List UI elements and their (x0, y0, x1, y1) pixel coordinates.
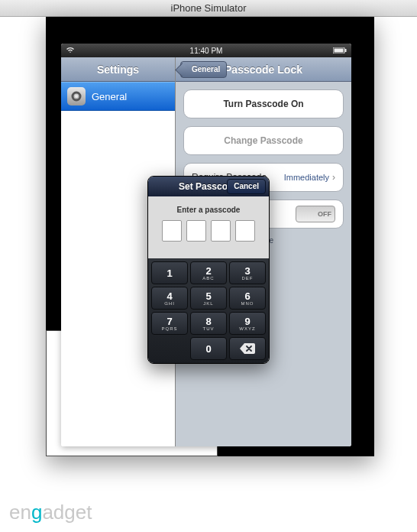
svg-rect-1 (335, 48, 344, 52)
keypad-key-0[interactable]: 0 (190, 337, 227, 360)
battery-icon (333, 47, 347, 55)
keypad-key-6[interactable]: 6MNO (229, 287, 266, 310)
back-button-label: General (192, 65, 220, 73)
status-time: 11:40 PM (190, 47, 223, 55)
backspace-icon (240, 343, 255, 354)
window-title: iPhone Simulator (171, 2, 247, 14)
keypad-key-2[interactable]: 2ABC (190, 261, 227, 284)
gear-icon (67, 87, 86, 105)
change-passcode-label: Change Passcode (224, 135, 302, 146)
passcode-digit-2[interactable] (186, 220, 206, 242)
back-button[interactable]: General (180, 61, 227, 78)
passcode-digit-4[interactable] (235, 220, 255, 242)
passcode-fields (148, 220, 269, 258)
keypad-key-delete[interactable] (229, 337, 266, 360)
cancel-button-label: Cancel (234, 182, 259, 190)
keypad-key-9[interactable]: 9WXYZ (229, 312, 266, 335)
change-passcode-group: Change Passcode (183, 126, 344, 155)
numeric-keypad: 1 2ABC 3DEF 4GHI 5JKL 6MNO 7PQRS 8TUV 9W… (148, 258, 269, 363)
set-passcode-dialog: Set Passcode Cancel Enter a passcode 1 2… (147, 176, 270, 364)
status-bar: 11:40 PM (61, 44, 351, 57)
erase-data-toggle[interactable]: OFF (296, 206, 335, 222)
passcode-digit-3[interactable] (211, 220, 231, 242)
keypad-key-1[interactable]: 1 (151, 261, 188, 284)
window-title-bar: iPhone Simulator (0, 0, 417, 17)
keypad-key-7[interactable]: 7PQRS (151, 312, 188, 335)
svg-point-4 (75, 95, 78, 98)
change-passcode-button[interactable]: Change Passcode (184, 127, 343, 154)
passcode-prompt: Enter a passcode (148, 196, 269, 220)
sidebar-item-label: General (92, 91, 127, 102)
sidebar-title: Settings (97, 63, 139, 76)
detail-title: Passcode Lock (225, 63, 302, 76)
passcode-digit-1[interactable] (162, 220, 182, 242)
sidebar-item-general[interactable]: General (61, 82, 175, 111)
sidebar-navbar: Settings (61, 57, 175, 82)
chevron-right-icon: › (332, 172, 335, 183)
wifi-icon (66, 46, 75, 55)
passcode-dialog-header: Set Passcode Cancel (148, 177, 269, 196)
keypad-key-blank (151, 337, 188, 360)
turn-passcode-on-button[interactable]: Turn Passcode On (184, 90, 343, 118)
cancel-button[interactable]: Cancel (227, 179, 266, 194)
keypad-key-8[interactable]: 8TUV (190, 312, 227, 335)
watermark: engadget (9, 501, 92, 524)
detail-navbar: General Passcode Lock (176, 57, 351, 82)
turn-passcode-on-label: Turn Passcode On (223, 99, 303, 109)
svg-rect-2 (345, 49, 347, 52)
erase-data-toggle-label: OFF (318, 210, 331, 218)
passcode-actions-group: Turn Passcode On (183, 89, 344, 118)
keypad-key-5[interactable]: 5JKL (190, 287, 227, 310)
keypad-key-4[interactable]: 4GHI (151, 287, 188, 310)
require-passcode-value: Immediately › (284, 172, 335, 183)
keypad-key-3[interactable]: 3DEF (229, 261, 266, 284)
